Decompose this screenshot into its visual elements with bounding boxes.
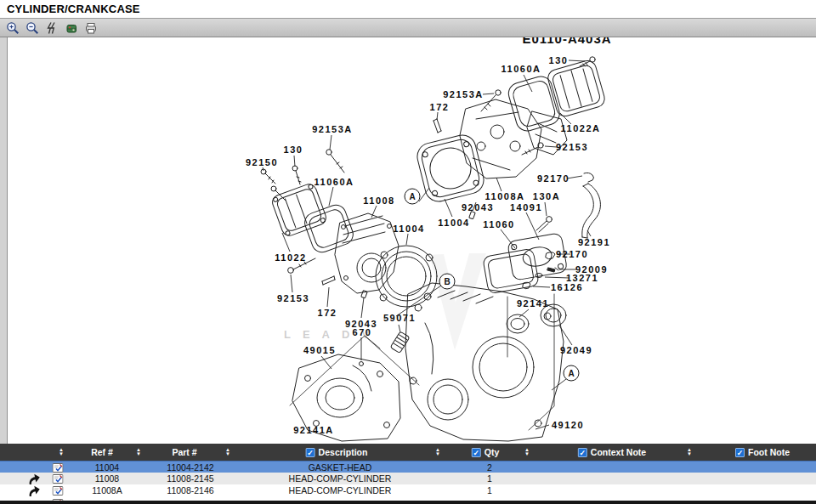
part-label-11060[interactable]: 11060: [483, 219, 514, 229]
cell-part: 11004-2142: [167, 462, 213, 473]
column-header-ref[interactable]: Ref #: [91, 444, 113, 461]
zoom-in-button[interactable]: [5, 20, 20, 35]
page-title: CYLINDER/CRANKCASE: [7, 3, 140, 15]
print-icon: [84, 21, 98, 35]
part-label-49015[interactable]: 49015: [303, 345, 336, 355]
toolbar: [0, 19, 816, 37]
part-label-92153[interactable]: 92153: [277, 293, 309, 303]
column-header-foot-note[interactable]: ✓Foot Note: [735, 444, 790, 461]
column-header-context-note[interactable]: ✓Context Note: [578, 444, 646, 461]
part-label-11008[interactable]: 11008: [363, 195, 394, 206]
part-label-92049[interactable]: 92049: [560, 345, 592, 355]
hotspots-button[interactable]: [64, 20, 78, 35]
cell-qty: 1: [487, 485, 492, 496]
cell-ref: 11008: [95, 473, 119, 484]
column-checkbox[interactable]: ✓: [735, 448, 745, 457]
open-diagram-arrow-button[interactable]: [27, 473, 41, 484]
part-label-130[interactable]: 130: [549, 55, 569, 65]
part-label-92191[interactable]: 92191: [578, 237, 610, 247]
part-label-49120[interactable]: 49120: [552, 420, 584, 430]
part-label-92141A[interactable]: 92141A: [293, 425, 334, 435]
cell-description: HEAD-COMP-CYLINDER: [289, 485, 392, 496]
edit-row-button[interactable]: [53, 462, 64, 473]
exploded-diagram-art: [0, 37, 816, 444]
part-label-92153A[interactable]: 92153A: [312, 124, 353, 134]
hotspots-icon: [65, 21, 78, 35]
part-label-130[interactable]: 130: [284, 144, 303, 155]
column-checkbox[interactable]: ✓: [578, 448, 587, 457]
sort-button[interactable]: ▲▼: [136, 444, 141, 461]
edit-row-button[interactable]: [53, 473, 64, 484]
cell-part: 11008-2145: [167, 473, 213, 484]
callout-A: A: [564, 365, 580, 382]
part-label-11008A[interactable]: 11008A: [485, 191, 525, 201]
open-diagram-arrow-button[interactable]: [27, 484, 41, 496]
cell-ref: 11004: [95, 462, 119, 473]
table-header: ▲▼ Ref # ▲▼ Part # ▲▼ ✓Description ▲▼ ✓Q…: [0, 444, 816, 461]
table-row-11008[interactable]: 1100811008-2145HEAD-COMP-CYLINDER1: [0, 473, 816, 484]
sort-button[interactable]: ▲▼: [524, 444, 530, 461]
sort-button[interactable]: ▲▼: [225, 444, 230, 461]
part-label-11022[interactable]: 11022: [275, 252, 306, 263]
part-label-92170[interactable]: 92170: [537, 173, 570, 184]
part-label-92141[interactable]: 92141: [517, 298, 549, 309]
cell-ref: 11008A: [92, 485, 122, 496]
zoom-out-button[interactable]: [25, 20, 39, 35]
title-bar: CYLINDER/CRANKCASE: [0, 0, 816, 19]
flash-icon: [45, 21, 59, 35]
print-button[interactable]: [83, 20, 98, 35]
part-label-92150[interactable]: 92150: [246, 157, 278, 167]
left-gutter: [0, 37, 8, 444]
column-checkbox[interactable]: ✓: [306, 448, 315, 457]
part-label-172[interactable]: 172: [318, 308, 337, 318]
flash-button[interactable]: [44, 20, 59, 35]
part-label-11004[interactable]: 11004: [438, 218, 469, 228]
zoom-out-icon: [26, 21, 39, 35]
part-label-130A[interactable]: 130A: [533, 191, 560, 201]
zoom-in-icon: [6, 21, 20, 35]
part-label-670[interactable]: 670: [353, 327, 372, 337]
part-label-11060A[interactable]: 11060A: [314, 177, 354, 187]
part-label-11004[interactable]: 11004: [393, 224, 424, 234]
parts-catalog-window: { "window": { "title": "CYLINDER/CRANKCA…: [0, 0, 816, 504]
row-link-arrow-icon: [26, 484, 42, 497]
row-edit-icon: [53, 473, 64, 484]
part-label-16126[interactable]: 16126: [551, 282, 583, 292]
part-label-92153[interactable]: 92153: [556, 142, 588, 152]
part-label-92153A[interactable]: 92153A: [443, 89, 484, 99]
callout-A: A: [405, 189, 421, 205]
edit-row-button[interactable]: [53, 484, 64, 496]
table-row-11004[interactable]: 1100411004-2142GASKET-HEAD2: [0, 461, 816, 473]
diagram-code: E0110-A403A: [522, 37, 611, 46]
row-edit-icon: [53, 485, 64, 496]
parts-table: ▲▼ Ref # ▲▼ Part # ▲▼ ✓Description ▲▼ ✓Q…: [0, 444, 816, 504]
sort-button[interactable]: ▲▼: [59, 444, 64, 461]
column-header-qty[interactable]: ✓Qty: [472, 444, 500, 461]
exploded-diagram-area[interactable]: LEADV E0110-A403A 13011060A92153A1721102…: [0, 37, 816, 444]
part-label-59071[interactable]: 59071: [383, 313, 416, 323]
part-label-11022A[interactable]: 11022A: [561, 123, 601, 133]
callout-B: B: [439, 274, 456, 290]
column-checkbox[interactable]: ✓: [472, 448, 481, 457]
table-row-11008A[interactable]: 11008A11008-2146HEAD-COMP-CYLINDER1: [0, 484, 816, 496]
column-header-description[interactable]: ✓Description: [306, 444, 368, 461]
column-header-part[interactable]: Part #: [172, 444, 196, 461]
row-edit-icon: [53, 462, 64, 473]
part-label-172[interactable]: 172: [430, 102, 450, 112]
watermark-logo: [429, 253, 486, 350]
part-label-14091[interactable]: 14091: [510, 202, 542, 212]
part-label-92043[interactable]: 92043: [462, 202, 494, 212]
sort-button[interactable]: ▲▼: [687, 444, 692, 461]
part-label-92170[interactable]: 92170: [556, 249, 588, 259]
cell-part: 11008-2146: [167, 485, 213, 496]
cell-qty: 2: [487, 462, 492, 473]
bottom-edge-bar: [0, 501, 816, 504]
cell-description: GASKET-HEAD: [309, 462, 372, 473]
cell-qty: 1: [487, 473, 492, 484]
part-label-11060A[interactable]: 11060A: [502, 64, 541, 74]
cell-description: HEAD-COMP-CYLINDER: [289, 473, 392, 484]
sort-button[interactable]: ▲▼: [435, 444, 440, 461]
